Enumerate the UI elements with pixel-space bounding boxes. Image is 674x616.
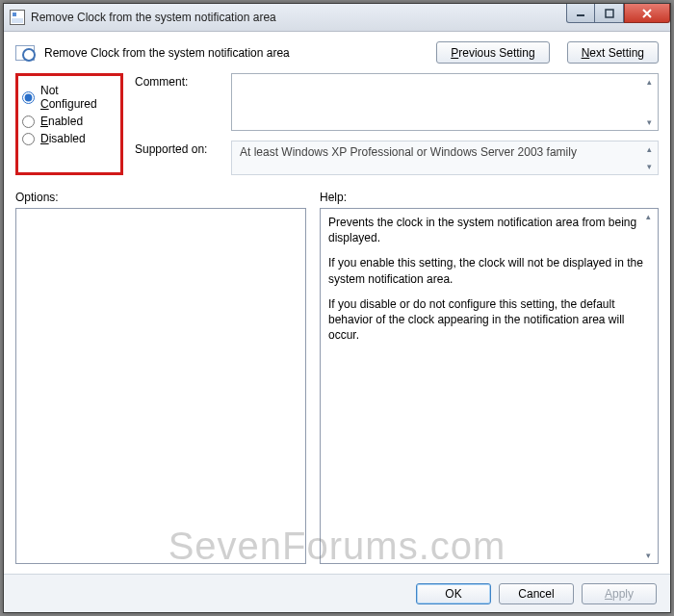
minimize-icon bbox=[576, 9, 585, 18]
header: Remove Clock from the system notificatio… bbox=[4, 32, 670, 73]
state-radio-group: Not Configured Enabled Disabled bbox=[15, 73, 123, 175]
help-label: Help: bbox=[320, 191, 659, 204]
comment-scroll[interactable]: ▴▾ bbox=[641, 75, 657, 129]
supported-on-text: At least Windows XP Professional or Wind… bbox=[231, 141, 659, 175]
minimize-button[interactable] bbox=[566, 4, 595, 23]
comment-label: Comment: bbox=[135, 73, 221, 131]
apply-button[interactable]: Apply bbox=[582, 583, 657, 604]
options-panel[interactable] bbox=[15, 208, 306, 564]
radio-label: Not Configured bbox=[40, 84, 115, 111]
ok-button[interactable]: OK bbox=[416, 583, 491, 604]
help-paragraph: If you disable or do not configure this … bbox=[328, 296, 650, 344]
radio-disabled-input[interactable] bbox=[22, 133, 35, 145]
cancel-button[interactable]: Cancel bbox=[499, 583, 574, 604]
radio-not-configured-input[interactable] bbox=[22, 91, 35, 104]
help-paragraph: Prevents the clock in the system notific… bbox=[328, 215, 650, 245]
radio-not-configured[interactable]: Not Configured bbox=[22, 84, 115, 111]
radio-enabled[interactable]: Enabled bbox=[22, 115, 115, 128]
help-scroll[interactable]: ▴▾ bbox=[640, 210, 656, 562]
scroll-up-icon: ▴ bbox=[641, 142, 657, 156]
configuration-row: Not Configured Enabled Disabled Comment:… bbox=[4, 73, 670, 175]
maximize-button[interactable] bbox=[595, 4, 624, 23]
maximize-icon bbox=[605, 9, 614, 18]
close-icon bbox=[641, 9, 653, 18]
radio-label: Enabled bbox=[40, 115, 83, 128]
window-title: Remove Clock from the system notificatio… bbox=[31, 11, 276, 24]
policy-icon bbox=[15, 45, 35, 61]
scroll-up-icon: ▴ bbox=[641, 75, 657, 89]
comment-textarea[interactable]: ▴▾ bbox=[231, 73, 659, 131]
dialog-footer: OK Cancel Apply bbox=[4, 574, 670, 612]
scroll-down-icon: ▾ bbox=[641, 160, 657, 173]
radio-disabled[interactable]: Disabled bbox=[22, 132, 115, 145]
policy-title: Remove Clock from the system notificatio… bbox=[44, 46, 290, 60]
scroll-down-icon: ▾ bbox=[640, 549, 656, 562]
window-controls bbox=[566, 4, 670, 23]
help-panel[interactable]: Prevents the clock in the system notific… bbox=[320, 208, 659, 564]
app-icon bbox=[10, 10, 25, 25]
svg-rect-0 bbox=[577, 14, 584, 16]
options-label: Options: bbox=[15, 191, 306, 204]
help-paragraph: If you enable this setting, the clock wi… bbox=[328, 255, 650, 286]
scroll-down-icon: ▾ bbox=[641, 116, 657, 129]
svg-rect-1 bbox=[606, 10, 613, 17]
policy-editor-window: Remove Clock from the system notificatio… bbox=[3, 3, 671, 613]
titlebar[interactable]: Remove Clock from the system notificatio… bbox=[4, 4, 670, 32]
supported-label: Supported on: bbox=[135, 141, 221, 175]
next-setting-button[interactable]: Next Setting bbox=[567, 41, 659, 64]
supported-scroll[interactable]: ▴▾ bbox=[641, 142, 657, 173]
previous-setting-button[interactable]: Previous Setting bbox=[436, 41, 549, 64]
close-button[interactable] bbox=[624, 4, 670, 23]
radio-enabled-input[interactable] bbox=[22, 116, 35, 128]
radio-label: Disabled bbox=[40, 132, 86, 145]
scroll-up-icon: ▴ bbox=[640, 210, 656, 223]
